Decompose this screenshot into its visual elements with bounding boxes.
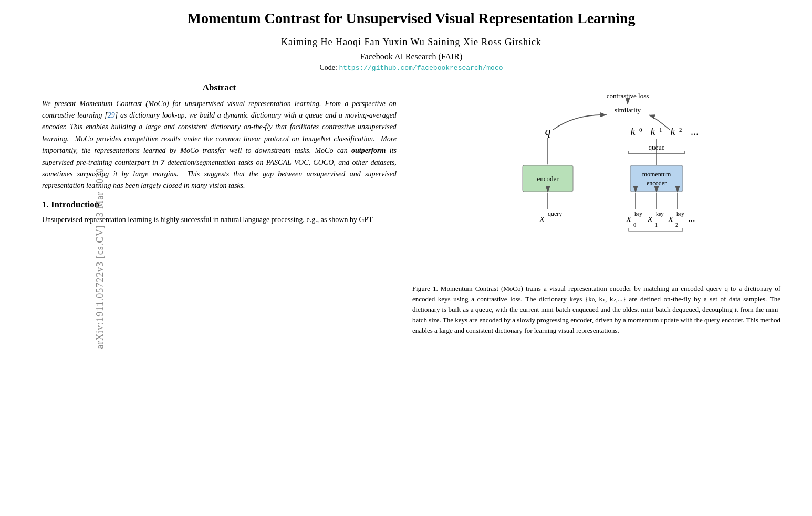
svg-text:0: 0 [633,222,636,228]
svg-text:k: k [631,125,636,137]
svg-text:encoder: encoder [537,175,559,183]
affiliation-line: Facebook AI Research (FAIR) [42,52,780,61]
ref-29-link[interactable]: 29 [108,111,115,119]
figure-1-diagram: contrastive loss similarity q k 0 [412,82,780,279]
abstract-title: Abstract [42,82,397,93]
svg-text:query: query [548,210,562,217]
svg-rect-16 [630,165,683,192]
svg-text:k: k [651,125,656,137]
svg-text:1: 1 [655,222,658,228]
svg-text:x: x [626,213,631,224]
svg-text:momentum: momentum [642,171,671,178]
svg-text:2: 2 [675,222,678,228]
svg-text:key: key [634,211,642,217]
svg-text:x: x [539,213,544,224]
authors-line: Kaiming He Haoqi Fan Yuxin Wu Saining Xi… [42,37,780,48]
right-column: contrastive loss similarity q k 0 [412,82,780,345]
svg-text:0: 0 [639,127,642,133]
svg-text:1: 1 [659,127,662,133]
svg-text:...: ... [688,213,695,224]
figure-1-svg: contrastive loss similarity q k 0 [470,88,722,277]
svg-text:contrastive loss: contrastive loss [607,92,649,100]
figure-1-container: contrastive loss similarity q k 0 [412,82,780,336]
svg-text:2: 2 [679,127,682,133]
arxiv-watermark: arXiv:1911.05722v3 [cs.CV] 23 Mar 2020 [95,127,106,389]
svg-text:x: x [668,213,673,224]
svg-text:x: x [648,213,652,224]
figure-1-caption: Figure 1. Momentum Contrast (MoCo) train… [412,283,780,336]
svg-text:...: ... [691,125,699,137]
svg-text:similarity: similarity [615,106,641,114]
svg-text:q: q [545,124,551,138]
svg-text:k: k [671,125,676,137]
page-container: arXiv:1911.05722v3 [cs.CV] 23 Mar 2020 M… [0,0,812,516]
two-column-layout: Abstract We present Momentum Contrast (M… [42,82,780,345]
svg-text:key: key [676,211,684,217]
paper-title: Momentum Contrast for Unsupervised Visua… [42,9,780,27]
svg-text:encoder: encoder [647,180,667,187]
code-line: Code: https://github.com/facebookresearc… [42,64,780,72]
svg-text:key: key [656,211,663,217]
code-url-link[interactable]: https://github.com/facebookresearch/moco [339,64,503,72]
